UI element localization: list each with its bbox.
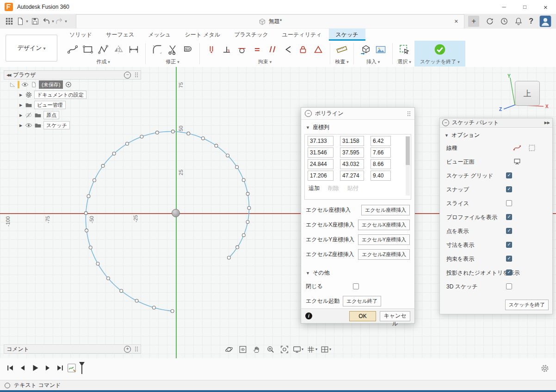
finish-sketch-dropdown[interactable]: スケッチを終了 <box>420 58 460 66</box>
dialog-grip[interactable] <box>407 111 411 116</box>
browser-item-view-management[interactable]: ビュー管理 <box>34 101 66 109</box>
coord-cell[interactable] <box>371 171 391 181</box>
collapse-left-icon[interactable]: ◀◀ <box>6 73 10 77</box>
info-icon[interactable]: i <box>305 312 312 319</box>
excel-insert-x-button[interactable]: エクセルX座標挿入 <box>358 220 410 230</box>
paste-point-button[interactable]: 貼付 <box>347 184 358 192</box>
tab-sheetmetal[interactable]: シート メタル <box>178 29 227 41</box>
show-dimensions-checkbox[interactable] <box>506 242 512 248</box>
spline-linetype-icon[interactable] <box>513 144 521 152</box>
close-button[interactable]: × <box>535 0 556 14</box>
timeline-step-back-button[interactable] <box>17 362 28 374</box>
midpoint-constraint-button[interactable] <box>281 43 295 56</box>
equal-constraint-button[interactable] <box>250 43 264 56</box>
coord-cell[interactable] <box>371 159 391 169</box>
close-curve-checkbox[interactable] <box>353 283 359 289</box>
app-menu-icon[interactable] <box>4 16 15 27</box>
select-button[interactable] <box>397 43 411 56</box>
browser-collapse-icon[interactable]: − <box>124 72 131 79</box>
add-point-button[interactable]: 追加 <box>309 184 320 192</box>
viewports-icon[interactable]: ▾ <box>321 344 331 355</box>
fit-icon[interactable] <box>279 344 290 355</box>
document-tab[interactable]: 無題* × <box>76 14 464 28</box>
text-command-label[interactable]: テキスト コマンド <box>14 381 61 389</box>
expand-icon[interactable]: ▶ <box>19 113 23 117</box>
perpendicular-constraint-button[interactable] <box>220 43 234 56</box>
show-profile-checkbox[interactable] <box>506 214 512 220</box>
tangent-constraint-button[interactable] <box>235 43 249 56</box>
finish-sketch-button[interactable] <box>433 43 447 56</box>
comments-grip[interactable] <box>135 346 138 352</box>
table-scrollbar[interactable] <box>406 136 410 196</box>
pan-icon[interactable] <box>251 344 262 355</box>
grid-settings-icon[interactable]: ▾ <box>307 344 317 355</box>
notifications-icon[interactable] <box>514 17 523 25</box>
spline-tool-button[interactable] <box>66 43 80 56</box>
coord-cell[interactable] <box>371 147 391 158</box>
browser-item-origin[interactable]: 原点 <box>43 111 59 119</box>
insert-mesh-button[interactable] <box>358 43 372 56</box>
timeline-play-button[interactable] <box>30 362 41 374</box>
tab-utilities[interactable]: ユーティリティ <box>275 29 329 41</box>
constraints-dropdown[interactable]: 拘束 <box>258 58 272 66</box>
excel-quit-button[interactable]: エクセル終了 <box>343 296 381 306</box>
dialog-header[interactable]: − ポリライン <box>301 108 414 120</box>
sync-status-icon[interactable] <box>486 17 494 25</box>
delete-point-button[interactable]: 削除 <box>328 184 339 192</box>
dialog-collapse-icon[interactable]: − <box>305 110 312 117</box>
parallel-constraint-button[interactable] <box>266 43 279 56</box>
close-tab-icon[interactable]: × <box>452 17 460 25</box>
coord-cell[interactable] <box>308 171 334 181</box>
inspect-dropdown[interactable]: 検査 <box>335 58 349 66</box>
trim-tool-button[interactable] <box>166 43 179 56</box>
options-section-header[interactable]: ▼ オプション <box>440 128 552 141</box>
timeline-settings-gear-icon[interactable] <box>540 364 550 373</box>
insert-dropdown[interactable]: 挿入 <box>366 58 380 66</box>
tab-sketch[interactable]: スケッチ <box>329 29 365 41</box>
fillet-tool-button[interactable] <box>150 43 164 56</box>
modify-dropdown[interactable]: 修正 <box>166 58 179 66</box>
add-comment-icon[interactable]: + <box>124 346 131 353</box>
construction-linetype-icon[interactable] <box>528 144 536 152</box>
cancel-button[interactable]: キャンセル <box>380 311 410 321</box>
coord-cell[interactable] <box>371 136 391 146</box>
coord-cell[interactable] <box>340 159 364 169</box>
select-dropdown[interactable]: 選択 <box>397 58 411 66</box>
visibility-off-icon[interactable] <box>25 111 32 119</box>
offset-tool-button[interactable] <box>181 43 195 56</box>
expand-icon[interactable]: ▶ <box>19 103 23 107</box>
slice-checkbox[interactable] <box>506 200 512 206</box>
finish-sketch-palette-button[interactable]: スケッチを終了 <box>505 300 549 310</box>
timeline-step-forward-button[interactable] <box>42 362 53 374</box>
browser-grip[interactable] <box>135 72 138 78</box>
document-name[interactable]: (未保存) <box>39 80 63 89</box>
fix-constraint-button[interactable] <box>296 43 310 56</box>
tab-solid[interactable]: ソリッド <box>62 29 99 41</box>
new-tab-button[interactable]: + <box>468 16 479 27</box>
browser-item-sketches[interactable]: スケッチ <box>43 121 70 129</box>
measure-button[interactable] <box>335 43 349 56</box>
dimension-tool-button[interactable] <box>127 43 141 56</box>
viewcube[interactable]: 上 <box>515 81 540 106</box>
show-points-checkbox[interactable] <box>506 228 512 234</box>
coord-cell[interactable] <box>308 147 334 158</box>
redo-icon[interactable] <box>56 16 67 27</box>
minimize-button[interactable]: ─ <box>494 0 514 14</box>
display-settings-icon[interactable]: ▾ <box>293 344 303 355</box>
recent-icon[interactable] <box>500 17 508 25</box>
save-icon[interactable] <box>30 16 41 27</box>
sketch-grid-checkbox[interactable] <box>506 172 512 178</box>
help-icon[interactable]: ? <box>529 17 533 25</box>
ok-button[interactable]: OK <box>349 311 376 321</box>
timeline-begin-button[interactable] <box>5 362 16 374</box>
origin-point[interactable] <box>172 209 180 217</box>
palette-header[interactable]: − スケッチ パレット ▶▶ <box>440 118 552 128</box>
visibility-icon[interactable] <box>25 122 32 129</box>
tab-mesh[interactable]: メッシュ <box>141 29 178 41</box>
sketch-3d-checkbox[interactable] <box>506 283 512 289</box>
browser-item-document-settings[interactable]: ドキュメントの設定 <box>34 91 86 99</box>
coords-section-header[interactable]: ▼ 座標列 <box>301 120 414 133</box>
coord-cell[interactable] <box>308 159 334 169</box>
coord-cell[interactable] <box>340 147 364 158</box>
polygon-constraint-button[interactable] <box>311 43 325 56</box>
